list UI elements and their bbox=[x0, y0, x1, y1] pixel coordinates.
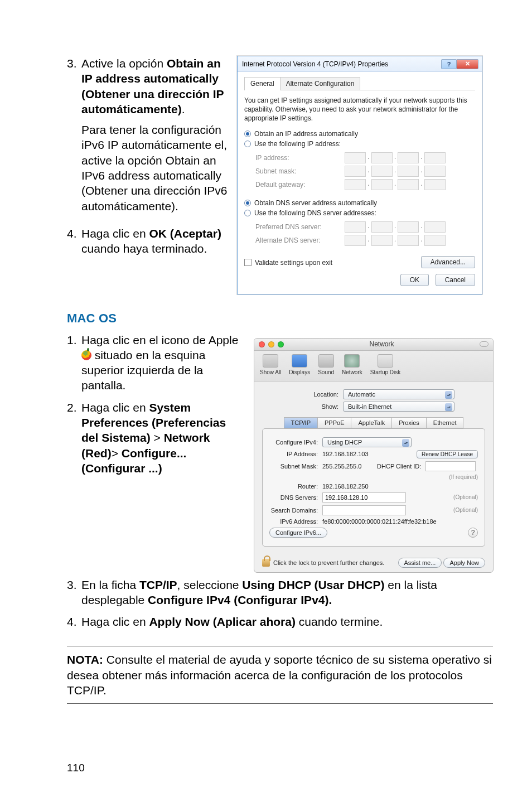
close-button[interactable]: ✕ bbox=[456, 59, 478, 69]
advanced-button[interactable]: Advanced... bbox=[421, 256, 475, 268]
mac-step-3: 3. En la ficha TCP/IP, seleccione Using … bbox=[67, 577, 493, 608]
validate-checkbox[interactable]: Validate settings upon exit bbox=[244, 259, 332, 267]
router-label: Router: bbox=[269, 483, 322, 490]
step-body: Haga clic en el icono de Apple situado e… bbox=[81, 332, 245, 393]
location-popup[interactable]: Automatic▴▾ bbox=[343, 389, 454, 399]
close-icon: ✕ bbox=[465, 60, 470, 67]
subnet-mask-label: Subnet Mask: bbox=[269, 463, 322, 470]
step-body: En la ficha TCP/IP, seleccione Using DHC… bbox=[81, 577, 493, 608]
optional-hint: (Optional) bbox=[453, 494, 478, 500]
location-label: Location: bbox=[293, 391, 343, 398]
configure-ipv4-popup[interactable]: Using DHCP▴▾ bbox=[322, 437, 412, 447]
radio-obtain-ip[interactable]: Obtain an IP address automatically bbox=[244, 129, 475, 139]
window-buttons: ? ✕ bbox=[442, 59, 478, 69]
close-light[interactable] bbox=[259, 341, 265, 347]
show-popup[interactable]: Built-in Ethernet▴▾ bbox=[343, 402, 454, 412]
text: . bbox=[182, 103, 185, 115]
dialog-buttons: OK Cancel bbox=[244, 268, 475, 287]
step-body: Haga clic en System Preferences (Prefere… bbox=[81, 400, 245, 476]
tab-general[interactable]: General bbox=[244, 77, 280, 90]
steps-top: 3. Active la opción Obtain an IP address… bbox=[67, 56, 229, 262]
tab-alternate[interactable]: Alternate Configuration bbox=[280, 77, 361, 90]
dns-fields-disabled: Preferred DNS server: ... Alternate DNS … bbox=[244, 218, 475, 249]
paragraph: Para tener la configuración iPv6 IP auto… bbox=[81, 122, 229, 214]
cancel-button[interactable]: Cancel bbox=[436, 274, 475, 286]
tab-tcpip[interactable]: TCP/IP bbox=[284, 417, 318, 428]
toolbar-sound[interactable]: Sound bbox=[318, 354, 334, 375]
mac-tabs: TCP/IP PPPoE AppleTalk Proxies Ethernet bbox=[262, 417, 485, 428]
bold-text: Using DHCP (Usar DHCP) bbox=[242, 578, 384, 591]
lock-area[interactable]: Click the lock to prevent further change… bbox=[262, 559, 384, 567]
ip-fields-disabled: IP address: ... Subnet mask: ... Default… bbox=[244, 149, 475, 194]
mac-footer: Click the lock to prevent further change… bbox=[254, 553, 493, 572]
toolbar-startup[interactable]: Startup Disk bbox=[370, 354, 400, 375]
dialog-tabs: General Alternate Configuration bbox=[244, 76, 475, 90]
page: 3. Active la opción Obtain an IP address… bbox=[0, 0, 532, 726]
client-id-hint: (If required) bbox=[449, 474, 478, 480]
apple-icon bbox=[81, 350, 91, 360]
help-icon[interactable]: ? bbox=[468, 528, 478, 538]
ip-address-value: 192.168.182.103 bbox=[322, 451, 369, 457]
label: Sound bbox=[318, 369, 334, 375]
dhcp-client-id-input[interactable] bbox=[425, 461, 476, 471]
note-text: Consulte el material de ayuda y soporte … bbox=[67, 653, 492, 697]
minimize-light[interactable] bbox=[268, 341, 274, 347]
radio-use-ip[interactable]: Use the following IP address: bbox=[244, 139, 475, 149]
assist-button[interactable]: Assist me... bbox=[398, 558, 442, 568]
text: Haga clic en bbox=[81, 401, 149, 414]
radio-label: Use the following IP address: bbox=[254, 140, 341, 148]
zoom-light[interactable] bbox=[278, 341, 284, 347]
tcpip-panel: Configure IPv4: Using DHCP▴▾ IP Address:… bbox=[262, 428, 485, 547]
radio-icon bbox=[244, 141, 251, 147]
search-domains-input[interactable] bbox=[322, 505, 406, 515]
ip-address-field: ... bbox=[345, 152, 446, 163]
bold-text: OK (Aceptar) bbox=[149, 227, 221, 240]
tab-appletalk[interactable]: AppleTalk bbox=[351, 417, 392, 428]
tab-proxies[interactable]: Proxies bbox=[392, 417, 427, 428]
bold-text: Configure IPv4 (Configurar IPv4). bbox=[148, 593, 332, 606]
toolbar-pill[interactable] bbox=[480, 341, 489, 347]
top-left-column: 3. Active la opción Obtain an IP address… bbox=[67, 56, 229, 294]
toolbar-network[interactable]: Network bbox=[342, 354, 362, 375]
label: Subnet mask: bbox=[255, 167, 339, 175]
help-button[interactable]: ? bbox=[441, 59, 457, 69]
text: > bbox=[151, 431, 164, 444]
chevron-updown-icon: ▴▾ bbox=[445, 403, 452, 411]
radio-obtain-dns[interactable]: Obtain DNS server address automatically bbox=[244, 198, 475, 208]
label: Startup Disk bbox=[370, 369, 400, 375]
tab-ethernet[interactable]: Ethernet bbox=[427, 417, 464, 428]
dns-servers-input[interactable] bbox=[322, 492, 406, 503]
text: Haga clic en bbox=[81, 227, 149, 240]
configure-ipv6-button[interactable]: Configure IPv6... bbox=[269, 528, 327, 538]
step-number: 3. bbox=[67, 56, 81, 219]
toolbar-displays[interactable]: Displays bbox=[289, 354, 310, 375]
router-value: 192.168.182.250 bbox=[322, 483, 369, 490]
step-4: 4. Haga clic en OK (Aceptar) cuando haya… bbox=[67, 226, 229, 262]
text: En la ficha bbox=[81, 578, 139, 591]
checkbox-icon bbox=[244, 259, 252, 266]
mac-content: Location: Automatic▴▾ Show: Built-in Eth… bbox=[254, 381, 493, 553]
dns-servers-label: DNS Servers: bbox=[269, 494, 322, 501]
window-title: Network bbox=[284, 340, 480, 348]
text: Active la opción bbox=[81, 57, 167, 70]
chevron-updown-icon: ▴▾ bbox=[402, 439, 409, 447]
steps-mac-bottom: 3. En la ficha TCP/IP, seleccione Using … bbox=[67, 577, 493, 630]
toolbar-showall[interactable]: Show All bbox=[260, 354, 281, 375]
apply-now-button[interactable]: Apply Now bbox=[443, 558, 485, 568]
macos-left-column: 1. Haga clic en el icono de Apple situad… bbox=[67, 332, 245, 573]
radio-label: Obtain an IP address automatically bbox=[254, 130, 358, 138]
mac-toolbar: Show All Displays Sound Network Startup … bbox=[254, 351, 493, 381]
ipv4-properties-dialog: Internet Protocol Version 4 (TCP/IPv4) P… bbox=[237, 56, 482, 294]
renew-dhcp-button[interactable]: Renew DHCP Lease bbox=[417, 450, 478, 458]
dhcp-client-id-label: DHCP Client ID: bbox=[373, 463, 425, 470]
tab-pppoe[interactable]: PPPoE bbox=[318, 417, 351, 428]
preferred-dns-field: ... bbox=[345, 221, 446, 233]
ok-button[interactable]: OK bbox=[400, 274, 429, 286]
radio-use-dns[interactable]: Use the following DNS server addresses: bbox=[244, 208, 475, 218]
step-number: 2. bbox=[67, 400, 81, 476]
footer-buttons: Assist me... Apply Now bbox=[398, 559, 485, 566]
mac-step-4: 4. Haga clic en Apply Now (Aplicar ahora… bbox=[67, 614, 493, 629]
show-label: Show: bbox=[293, 403, 343, 410]
optional-hint: (Optional) bbox=[453, 507, 478, 513]
text: cuando haya terminado. bbox=[81, 242, 207, 255]
